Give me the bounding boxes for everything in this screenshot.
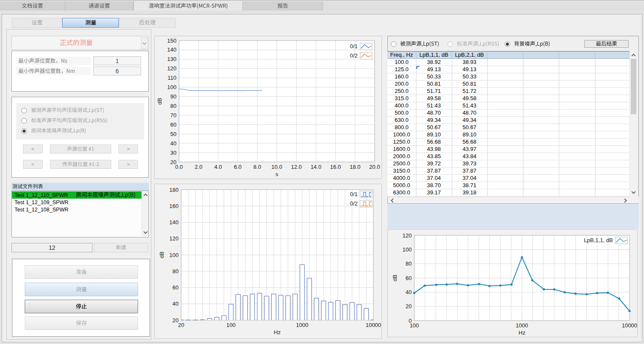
table-row[interactable]: 5000.038.7038.71 [387,182,630,189]
new-file-button[interactable] [94,243,148,252]
table-cell[interactable] [487,73,523,80]
table-cell[interactable] [523,116,559,124]
table-cell[interactable] [523,87,559,95]
table-cell[interactable]: 49.58 [416,95,452,102]
table-cell[interactable] [487,95,523,102]
file-list-item-selected[interactable]: Test 1_12_110_SPWR [12,191,142,199]
table-cell[interactable] [487,109,523,116]
table-cell[interactable] [595,160,630,167]
test-type-radio-lp-b[interactable] [21,127,86,135]
table-cell[interactable]: 43.97 [452,145,487,153]
table-cell[interactable] [559,189,595,196]
table-cell[interactable] [559,95,595,102]
table-cell[interactable] [523,189,559,196]
table-cell[interactable]: 315.0 [387,95,416,102]
table-cell[interactable]: 43.85 [416,153,452,160]
table-cell[interactable] [487,58,523,66]
table-cell[interactable]: 38.93 [452,58,487,66]
table-cell[interactable] [523,145,559,153]
table-row[interactable]: 3150.037.8737.87 [387,167,630,174]
table-cell[interactable]: 6300.0 [387,189,416,196]
microphone-position-prev-button[interactable]: < [23,160,43,169]
table-cell[interactable]: 50.67 [452,124,487,131]
table-cell[interactable] [595,131,630,138]
table-row[interactable]: 400.051.4351.43 [387,102,630,109]
table-cell[interactable]: 51.72 [452,87,487,95]
table-row[interactable]: 4000.037.0437.04 [387,174,630,182]
table-cell[interactable] [559,182,595,189]
table-cell[interactable] [559,102,595,109]
column-header[interactable] [487,52,523,58]
result-table[interactable]: Freq., HzLpB,1,1, dBLpB,2,1, dB100.038.9… [387,52,630,197]
table-cell[interactable] [559,73,595,80]
column-header[interactable]: LpB,1,1, dB [416,52,452,58]
table-cell[interactable]: 5000.0 [387,182,416,189]
table-cell[interactable] [595,116,630,124]
table-cell[interactable] [487,174,523,182]
table-cell[interactable] [559,167,595,174]
table-cell[interactable]: 50.33 [416,73,452,80]
table-cell[interactable] [487,116,523,124]
table-cell[interactable]: 43.84 [452,153,487,160]
scroll-down-icon[interactable] [142,229,149,235]
prepare-button[interactable] [25,265,138,279]
table-row[interactable]: 1250.056.6856.68 [387,138,630,145]
table-cell[interactable]: 3150.0 [387,167,416,174]
table-cell[interactable] [487,87,523,95]
save-button[interactable] [25,316,138,330]
table-cell[interactable]: 37.04 [452,174,487,182]
subtab-post-process[interactable] [119,18,176,28]
table-cell[interactable]: 200.0 [387,80,416,87]
table-cell[interactable]: 37.87 [452,167,487,174]
table-cell[interactable] [523,174,559,182]
table-row[interactable]: 2000.043.8543.84 [387,153,630,160]
table-cell[interactable] [595,167,630,174]
table-row[interactable]: 630.049.3449.34 [387,116,630,124]
table-cell[interactable] [523,182,559,189]
table-row[interactable]: 100.038.9238.93 [387,58,630,66]
table-cell[interactable] [559,160,595,167]
table-cell[interactable] [523,160,559,167]
table-cell[interactable] [595,153,630,160]
tab-channel-settings[interactable] [65,1,133,11]
table-cell[interactable] [487,80,523,87]
microphone-position-next-button[interactable]: > [118,160,138,169]
table-cell[interactable]: 89.10 [416,131,452,138]
table-row[interactable]: 200.050.8150.81 [387,80,630,87]
microphone-position-button[interactable] [50,160,111,169]
table-cell[interactable] [595,95,630,102]
table-cell[interactable]: 48.70 [416,109,452,116]
table-cell[interactable] [559,131,595,138]
table-cell[interactable] [559,174,595,182]
table-cell[interactable] [487,160,523,167]
table-cell[interactable]: 49.34 [416,116,452,124]
table-cell[interactable] [523,102,559,109]
table-cell[interactable]: 49.13 [416,66,452,73]
table-cell[interactable] [523,109,559,116]
table-row[interactable]: 1000.089.1089.10 [387,131,630,138]
table-cell[interactable] [523,66,559,73]
table-cell[interactable]: 1000.0 [387,131,416,138]
table-vscrollbar[interactable] [630,51,637,197]
table-hscrollbar[interactable] [388,197,630,203]
file-number-box[interactable]: 12 [12,243,92,252]
table-cell[interactable]: 50.33 [452,73,487,80]
table-cell[interactable]: 400.0 [387,102,416,109]
table-cell[interactable] [523,167,559,174]
stop-button[interactable] [25,300,138,313]
scroll-up-icon[interactable] [630,52,637,58]
table-cell[interactable] [487,138,523,145]
table-cell[interactable]: 39.18 [452,189,487,196]
table-cell[interactable]: 39.73 [452,160,487,167]
tab-mcr-spwr[interactable] [133,1,243,11]
table-cell[interactable]: 37.87 [416,167,452,174]
final-result-button[interactable] [584,40,629,48]
table-cell[interactable]: 39.72 [416,160,452,167]
table-cell[interactable]: 50.81 [416,80,452,87]
table-cell[interactable]: 1600.0 [387,145,416,153]
table-cell[interactable] [523,153,559,160]
table-cell[interactable]: 56.68 [416,138,452,145]
table-cell[interactable] [559,116,595,124]
table-cell[interactable]: 38.92 [416,58,452,66]
table-cell[interactable] [487,66,523,73]
